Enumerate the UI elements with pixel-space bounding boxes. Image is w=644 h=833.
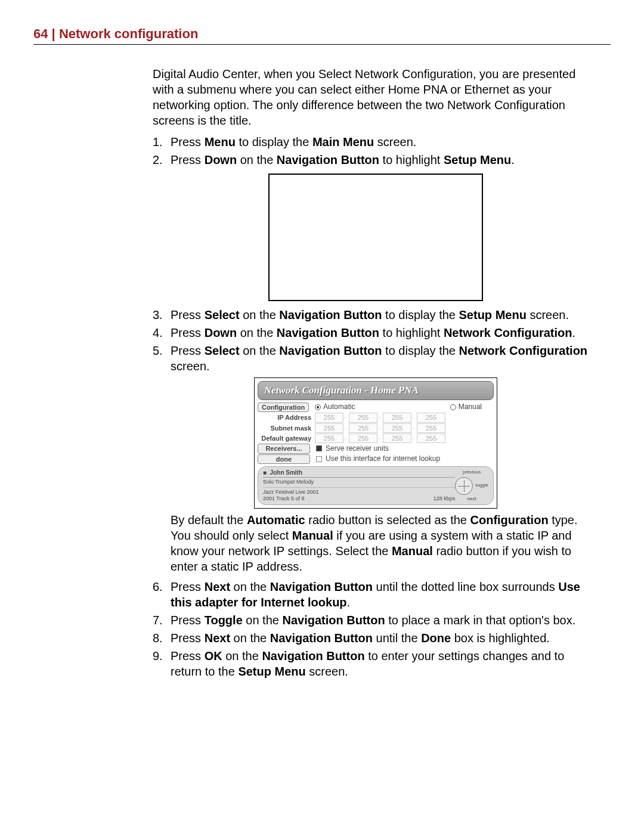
step-number: 2. <box>153 152 171 168</box>
serve-label: Serve receiver units <box>326 444 389 454</box>
radio-automatic <box>315 404 321 410</box>
step-text: Press OK on the Navigation Button to ent… <box>171 648 599 679</box>
done-button: done <box>258 454 310 464</box>
radio-manual <box>450 404 456 410</box>
step-number: 1. <box>153 134 171 150</box>
step-text: Press Menu to display the Main Menu scre… <box>171 134 599 150</box>
receivers-button: Receivers... <box>258 444 310 453</box>
ip-octet: 255 <box>315 413 343 422</box>
step-number: 3. <box>153 307 171 323</box>
ip-address-label: IP Address <box>258 413 314 422</box>
step-text: Press Next on the Navigation Button unti… <box>171 579 599 610</box>
gateway-label: Default gateway <box>258 434 314 442</box>
step-5: 5. Press Select on the Navigation Button… <box>153 343 599 374</box>
player-trackinfo: 2001 Track 5 of 8 <box>263 496 305 502</box>
step-text: Press Down on the Navigation Button to h… <box>171 325 599 340</box>
nav-previous: previous <box>455 469 488 475</box>
now-playing-panel: ■ John Smith Solo Trumpet Melody Jazz Fe… <box>258 466 494 505</box>
screenshot-title: Network Configuration - Home PNA <box>258 381 494 400</box>
instruction-list: 1. Press Menu to display the Main Menu s… <box>153 134 599 168</box>
player-track: Solo Trumpet Melody <box>263 479 455 485</box>
ip-octet: 255 <box>349 423 377 433</box>
subnet-label: Subnet mask <box>258 424 314 432</box>
step-7: 7. Press Toggle on the Navigation Button… <box>153 612 599 628</box>
step-9: 9. Press OK on the Navigation Button to … <box>153 648 599 679</box>
step-number: 8. <box>153 630 171 646</box>
config-label-button: Configuration <box>258 402 309 412</box>
nav-ring-icon <box>455 477 473 495</box>
step-3: 3. Press Select on the Navigation Button… <box>153 307 599 323</box>
step-text: Press Select on the Navigation Button to… <box>171 343 599 374</box>
step-text: Press Next on the Navigation Button unti… <box>171 630 599 646</box>
ip-octet: 255 <box>383 433 411 443</box>
ip-octet: 255 <box>349 413 377 422</box>
page-header: 64 | Network configuration <box>33 26 611 45</box>
step-2: 2. Press Down on the Navigation Button t… <box>153 152 599 168</box>
radio-automatic-label: Automatic <box>323 402 355 412</box>
step-6: 6. Press Next on the Navigation Button u… <box>153 579 599 610</box>
step-8: 8. Press Next on the Navigation Button u… <box>153 630 599 646</box>
figure-placeholder <box>268 174 483 301</box>
step-text: Press Down on the Navigation Button to h… <box>171 152 599 168</box>
player-album: Jazz Festival Live 2001 <box>263 489 455 496</box>
step-number: 9. <box>153 648 171 679</box>
network-config-screenshot: Network Configuration - Home PNA Configu… <box>254 377 497 509</box>
step-number: 7. <box>153 612 171 628</box>
step-1: 1. Press Menu to display the Main Menu s… <box>153 134 599 150</box>
ip-octet: 255 <box>417 423 445 433</box>
lookup-checkbox <box>316 456 322 462</box>
radio-manual-label: Manual <box>459 402 482 412</box>
instruction-list-continued: 3. Press Select on the Navigation Button… <box>153 307 599 374</box>
lookup-label: Use this interface for internet lookup <box>326 454 440 464</box>
nav-toggle: toggle <box>475 482 488 488</box>
ip-octet: 255 <box>417 413 445 422</box>
ip-octet: 255 <box>315 433 343 443</box>
body-column: Digital Audio Center, when you Select Ne… <box>153 66 599 679</box>
default-config-paragraph: By default the Automatic radio button is… <box>171 512 599 574</box>
step-4: 4. Press Down on the Navigation Button t… <box>153 325 599 340</box>
step-number: 4. <box>153 325 171 340</box>
step-number: 6. <box>153 579 171 610</box>
ip-octet: 255 <box>315 423 343 433</box>
screenshot-body: Configuration Automatic Manual IP Addres… <box>258 402 494 505</box>
nav-pad: previous toggle next <box>455 469 488 502</box>
intro-paragraph: Digital Audio Center, when you Select Ne… <box>153 66 599 128</box>
step-text: Press Select on the Navigation Button to… <box>171 307 599 323</box>
serve-checkbox <box>316 445 322 451</box>
player-kbps: 128 kbps <box>434 496 456 502</box>
step-text: Press Toggle on the Navigation Button to… <box>171 612 599 628</box>
instruction-list-continued-2: 6. Press Next on the Navigation Button u… <box>153 579 599 679</box>
page-title: Network configuration <box>59 26 198 41</box>
player-user: John Smith <box>270 469 302 476</box>
nav-next: next <box>455 496 488 502</box>
ip-octet: 255 <box>383 423 411 433</box>
step-number: 5. <box>153 343 171 374</box>
header-sep: | <box>48 26 58 41</box>
ip-octet: 255 <box>383 413 411 422</box>
ip-octet: 255 <box>417 433 445 443</box>
ip-octet: 255 <box>349 433 377 443</box>
page-number: 64 <box>33 26 48 41</box>
